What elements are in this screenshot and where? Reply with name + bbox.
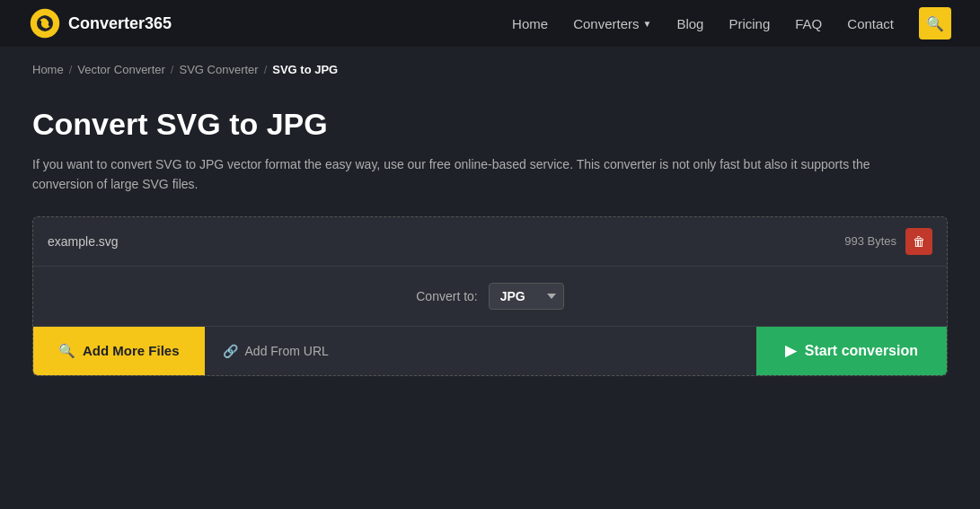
breadcrumb-sep-1: / xyxy=(69,63,73,76)
nav-converters[interactable]: Converters ▼ xyxy=(573,16,651,31)
search-icon: 🔍 xyxy=(926,15,944,32)
link-icon: 🔗 xyxy=(223,344,238,358)
nav-pricing[interactable]: Pricing xyxy=(728,16,770,31)
nav-faq[interactable]: FAQ xyxy=(795,16,822,31)
convert-to-label: Convert to: xyxy=(416,289,477,303)
logo-icon xyxy=(29,7,61,39)
search-button[interactable]: 🔍 xyxy=(919,7,951,39)
nav-links: Home Converters ▼ Blog Pricing FAQ Conta… xyxy=(512,7,951,39)
breadcrumb-svg-converter[interactable]: SVG Converter xyxy=(179,63,258,76)
breadcrumb-sep-3: / xyxy=(264,63,268,76)
play-icon: ▶ xyxy=(785,342,796,359)
converters-dropdown-icon: ▼ xyxy=(642,19,651,29)
breadcrumb-home[interactable]: Home xyxy=(32,63,64,76)
breadcrumb-vector-converter[interactable]: Vector Converter xyxy=(77,63,165,76)
start-conversion-button[interactable]: ▶ Start conversion xyxy=(756,327,947,375)
breadcrumb-sep-2: / xyxy=(171,63,174,76)
svg-point-1 xyxy=(42,21,47,25)
file-meta: 993 Bytes 🗑 xyxy=(844,228,932,255)
file-size: 993 Bytes xyxy=(844,234,896,248)
file-row: example.svg 993 Bytes 🗑 xyxy=(33,217,947,267)
search-plus-icon: 🔍 xyxy=(58,343,75,359)
logo-text: Converter365 xyxy=(68,14,172,33)
add-more-files-button[interactable]: 🔍 Add More Files xyxy=(33,327,205,375)
navbar: Converter365 Home Converters ▼ Blog Pric… xyxy=(0,0,980,47)
page-description: If you want to convert SVG to JPG vector… xyxy=(32,154,913,195)
file-name: example.svg xyxy=(48,234,119,249)
convert-options-row: Convert to: JPG PNG PDF BMP GIF TIFF WEB… xyxy=(33,267,947,327)
breadcrumb-current: SVG to JPG xyxy=(272,63,338,76)
converter-box: example.svg 993 Bytes 🗑 Convert to: JPG … xyxy=(32,216,948,376)
nav-blog[interactable]: Blog xyxy=(676,16,703,31)
delete-file-button[interactable]: 🗑 xyxy=(905,228,932,255)
actions-row: 🔍 Add More Files 🔗 Add From URL ▶ Start … xyxy=(33,327,947,375)
trash-icon: 🗑 xyxy=(913,234,925,249)
logo[interactable]: Converter365 xyxy=(29,7,172,39)
left-actions: 🔍 Add More Files 🔗 Add From URL xyxy=(33,327,347,375)
page-title: Convert SVG to JPG xyxy=(32,107,948,142)
main-content: Convert SVG to JPG If you want to conver… xyxy=(0,85,980,391)
nav-home[interactable]: Home xyxy=(512,16,548,31)
add-from-url-button[interactable]: 🔗 Add From URL xyxy=(205,327,347,375)
breadcrumb: Home / Vector Converter / SVG Converter … xyxy=(0,47,980,85)
format-select[interactable]: JPG PNG PDF BMP GIF TIFF WEBP xyxy=(489,283,564,310)
nav-contact[interactable]: Contact xyxy=(847,16,894,31)
